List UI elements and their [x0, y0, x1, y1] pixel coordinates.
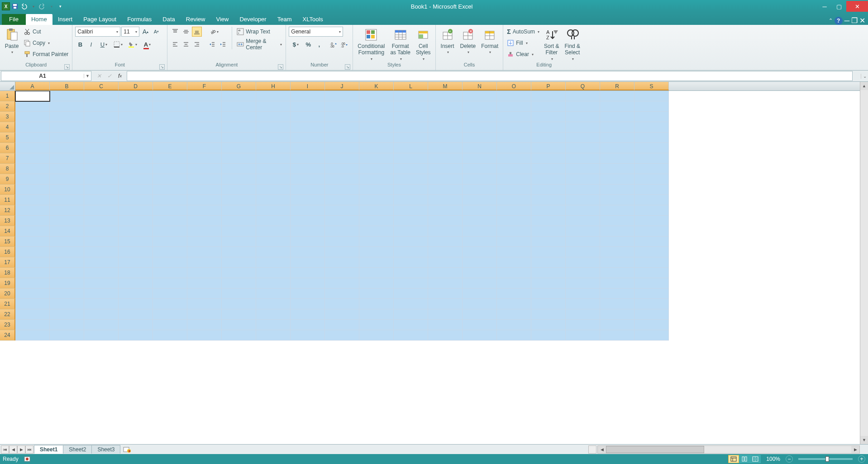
cell[interactable]	[15, 289, 50, 299]
cell[interactable]	[325, 174, 359, 185]
cell[interactable]	[222, 289, 256, 299]
cell[interactable]	[428, 289, 463, 299]
cell[interactable]	[497, 185, 531, 195]
cell[interactable]	[325, 122, 359, 133]
cell[interactable]	[187, 278, 222, 289]
cell[interactable]	[187, 299, 222, 309]
cell[interactable]	[50, 133, 84, 143]
cell[interactable]	[600, 330, 634, 341]
cell[interactable]	[222, 101, 256, 112]
cell[interactable]	[325, 330, 359, 341]
cell[interactable]	[222, 226, 256, 237]
comma-format-icon[interactable]: ,	[314, 39, 324, 49]
cell[interactable]	[531, 205, 566, 216]
cell[interactable]	[600, 185, 634, 195]
cell[interactable]	[463, 205, 497, 216]
cell[interactable]	[359, 299, 394, 309]
cell[interactable]	[634, 299, 669, 309]
cell[interactable]	[394, 153, 428, 164]
cell[interactable]	[153, 247, 187, 257]
cell[interactable]	[394, 237, 428, 247]
cell[interactable]	[359, 112, 394, 122]
cell[interactable]	[600, 174, 634, 185]
cell[interactable]	[394, 278, 428, 289]
cell[interactable]	[531, 330, 566, 341]
cell[interactable]	[256, 143, 291, 153]
cell[interactable]	[84, 101, 119, 112]
cell[interactable]	[84, 309, 119, 320]
cell[interactable]	[463, 122, 497, 133]
cell[interactable]	[256, 257, 291, 268]
cell[interactable]	[531, 268, 566, 278]
cell[interactable]	[50, 143, 84, 153]
file-tab[interactable]: File	[2, 14, 26, 25]
cell[interactable]	[394, 195, 428, 205]
cell[interactable]	[497, 133, 531, 143]
cell[interactable]	[50, 289, 84, 299]
cell[interactable]	[463, 226, 497, 237]
cell[interactable]	[634, 216, 669, 226]
cell[interactable]	[600, 309, 634, 320]
cell[interactable]	[256, 112, 291, 122]
cell[interactable]	[359, 205, 394, 216]
cell[interactable]	[394, 101, 428, 112]
cell[interactable]	[566, 320, 600, 330]
cell[interactable]	[359, 320, 394, 330]
cell[interactable]	[256, 237, 291, 247]
cell[interactable]	[359, 237, 394, 247]
cell[interactable]	[497, 289, 531, 299]
cell[interactable]	[153, 299, 187, 309]
cell[interactable]	[84, 185, 119, 195]
row-header[interactable]: 17	[0, 257, 15, 268]
cell[interactable]	[119, 226, 153, 237]
column-header[interactable]: O	[497, 82, 531, 90]
cell[interactable]	[50, 122, 84, 133]
cell[interactable]	[531, 237, 566, 247]
row-header[interactable]: 3	[0, 112, 15, 122]
cell[interactable]	[119, 216, 153, 226]
align-middle-icon[interactable]	[181, 27, 191, 37]
scroll-left-icon[interactable]: ◀	[598, 446, 606, 453]
cell[interactable]	[187, 195, 222, 205]
cell[interactable]	[531, 91, 566, 101]
cell[interactable]	[428, 195, 463, 205]
cell[interactable]	[634, 289, 669, 299]
cell[interactable]	[634, 247, 669, 257]
cell[interactable]	[291, 320, 325, 330]
cell[interactable]	[359, 289, 394, 299]
cell[interactable]	[428, 153, 463, 164]
cell[interactable]	[325, 101, 359, 112]
cell[interactable]	[394, 143, 428, 153]
cell[interactable]	[256, 309, 291, 320]
cell[interactable]	[463, 164, 497, 174]
cell[interactable]	[222, 299, 256, 309]
column-header[interactable]: K	[359, 82, 394, 90]
format-cells-button[interactable]: Format▾	[479, 27, 500, 56]
cell[interactable]	[634, 101, 669, 112]
cell[interactable]	[566, 195, 600, 205]
cell[interactable]	[463, 268, 497, 278]
workbook-restore-icon[interactable]: ❐	[851, 16, 858, 25]
copy-button[interactable]: Copy▾	[23, 38, 69, 48]
cell[interactable]	[256, 226, 291, 237]
cell[interactable]	[15, 226, 50, 237]
cell[interactable]	[50, 309, 84, 320]
bold-button[interactable]: B	[75, 39, 85, 49]
cell[interactable]	[325, 320, 359, 330]
cell[interactable]	[119, 299, 153, 309]
cell[interactable]	[153, 174, 187, 185]
cell[interactable]	[50, 320, 84, 330]
cell[interactable]	[463, 289, 497, 299]
save-icon[interactable]	[11, 2, 19, 10]
cell[interactable]	[256, 153, 291, 164]
cell[interactable]	[153, 164, 187, 174]
cell[interactable]	[634, 330, 669, 341]
cell[interactable]	[50, 299, 84, 309]
cell[interactable]	[256, 330, 291, 341]
cell[interactable]	[153, 133, 187, 143]
border-button[interactable]: ▾	[111, 39, 125, 49]
cell[interactable]	[119, 268, 153, 278]
minimize-ribbon-icon[interactable]: ⌃	[829, 18, 833, 24]
cell[interactable]	[394, 309, 428, 320]
cell[interactable]	[428, 101, 463, 112]
